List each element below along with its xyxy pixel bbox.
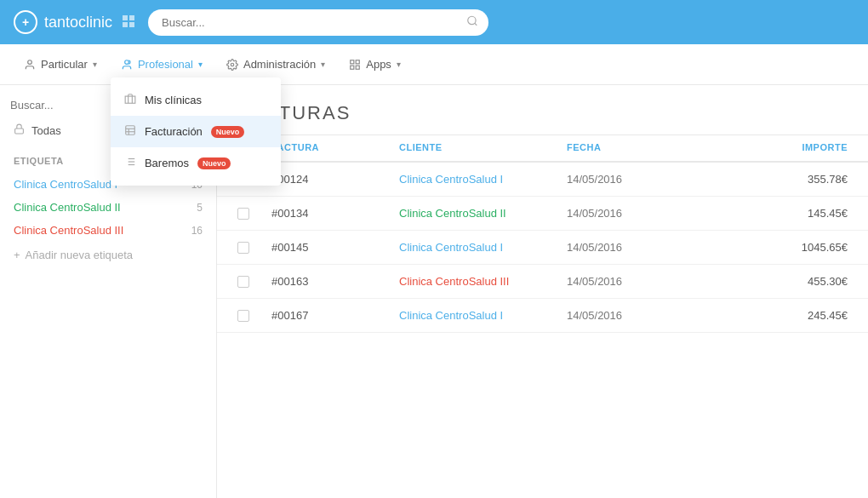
checkbox-5[interactable] [237,310,249,322]
col-importe: IMPORTE [720,142,848,154]
row-date-5: 14/05/2016 [567,309,720,322]
content-header: FACTURAS [217,85,868,135]
row-amount-4: 455.30€ [720,275,848,288]
row-date-4: 14/05/2016 [567,275,720,288]
facturacion-label: Facturación [145,125,203,138]
row-id-1: #00124 [271,173,399,186]
svg-rect-24 [15,129,24,134]
row-date-2: 14/05/2016 [567,207,720,220]
table-row: #00167 Clinica CentroSalud I 14/05/2016 … [217,299,868,333]
nav-profesional-label: Profesional [138,58,193,71]
table-icon [124,124,136,139]
dropdown-facturacion[interactable]: Facturación Nuevo [111,116,281,147]
nav-particular-label: Particular [41,58,88,71]
row-checkbox-2 [237,208,271,220]
logo-text: tantoclinic [44,14,112,31]
nav-administracion-label: Administración [243,58,316,71]
tag-count-3: 16 [191,225,203,237]
chevron-down-icon: ▾ [93,60,97,69]
dropdown-baremos[interactable]: Baremos Nuevo [111,147,281,179]
row-amount-2: 145.45€ [720,207,848,220]
table-row: #00163 Clinica CentroSalud III 14/05/201… [217,265,868,299]
svg-point-4 [468,16,476,24]
top-navigation: + tantoclinic [0,0,868,44]
row-checkbox-4 [237,276,271,288]
col-cliente: CLIENTE [399,142,567,154]
table-row: #00145 Clinica CentroSalud I 14/05/2016 … [217,231,868,265]
row-id-3: #00145 [271,241,399,254]
col-factura: FACTURA [271,142,399,154]
facturacion-badge: Nuevo [211,126,245,138]
row-client-5[interactable]: Clinica CentroSalud I [399,309,567,322]
row-client-1[interactable]: Clinica CentroSalud I [399,173,567,186]
tag-name-3: Clinica CentroSalud III [14,224,123,237]
svg-rect-0 [123,15,128,20]
tag-name-1: Clinica CentroSalud I [14,178,117,191]
row-id-2: #00134 [271,207,399,220]
logo-icon: + [14,10,37,34]
checkbox-3[interactable] [237,242,249,254]
nav-apps-label: Apps [366,58,391,71]
svg-point-6 [28,60,32,64]
svg-rect-8 [125,96,135,103]
svg-rect-20 [351,60,354,63]
page-title: FACTURAS [237,102,848,124]
tag-name-2: Clinica CentroSalud II [14,201,121,214]
table-header: FACTURA CLIENTE FECHA IMPORTE [217,135,868,163]
row-client-3[interactable]: Clinica CentroSalud I [399,241,567,254]
second-navigation: Particular ▾ Profesional ▾ Mis clínicas [0,44,868,85]
logo[interactable]: + tantoclinic [14,10,134,34]
row-amount-5: 245.45€ [720,309,848,322]
baremos-badge: Nuevo [197,157,231,169]
chevron-down-icon: ▾ [198,60,203,69]
row-client-2[interactable]: Clinica CentroSalud II [399,207,567,220]
dropdown-mis-clinicas[interactable]: Mis clínicas [111,84,281,116]
svg-rect-21 [356,60,359,63]
svg-rect-2 [123,22,128,27]
nav-profesional-container: Profesional ▾ Mis clínicas [111,51,213,77]
invoices-table: FACTURA CLIENTE FECHA IMPORTE #00124 Cli… [217,135,868,333]
table-row: #00124 Clinica CentroSalud I 14/05/2016 … [217,163,868,197]
content-area: FACTURAS FACTURA CLIENTE FECHA IMPORTE #… [217,85,868,498]
plus-icon: + [14,249,20,261]
svg-rect-22 [351,66,354,69]
svg-rect-9 [126,126,135,135]
row-amount-1: 355.78€ [720,173,848,186]
col-fecha: FECHA [567,142,720,154]
row-date-1: 14/05/2016 [567,173,720,186]
checkbox-4[interactable] [237,276,249,288]
table-row: #00134 Clinica CentroSalud II 14/05/2016… [217,197,868,231]
tag-clinica-2[interactable]: Clinica CentroSalud II 5 [10,196,206,219]
row-checkbox-3 [237,242,271,254]
add-tag-button[interactable]: + Añadir nueva etiqueta [10,242,206,268]
row-client-4[interactable]: Clinica CentroSalud III [399,275,567,288]
nav-particular[interactable]: Particular ▾ [14,51,107,77]
lock-icon [14,123,25,137]
svg-rect-23 [356,66,359,69]
tag-count-2: 5 [197,202,203,214]
nav-administracion[interactable]: Administración ▾ [216,51,335,77]
chevron-down-icon: ▾ [397,60,401,69]
chevron-down-icon: ▾ [321,60,325,69]
checkbox-2[interactable] [237,208,249,220]
sidebar-all-label: Todas [31,124,61,137]
nav-apps[interactable]: Apps ▾ [339,51,411,77]
nav-profesional[interactable]: Profesional ▾ [111,51,213,77]
tag-clinica-3[interactable]: Clinica CentroSalud III 16 [10,219,206,242]
list-icon [124,156,136,170]
row-id-4: #00163 [271,275,399,288]
row-amount-3: 1045.65€ [720,241,848,254]
clinic-icon [124,93,136,107]
top-search-input[interactable] [148,9,488,36]
svg-line-5 [475,23,477,26]
svg-point-7 [125,60,129,64]
svg-rect-1 [129,15,134,20]
svg-point-19 [231,63,234,66]
expand-icon[interactable] [123,15,134,30]
row-id-5: #00167 [271,309,399,322]
row-checkbox-5 [237,310,271,322]
add-tag-label: Añadir nueva etiqueta [26,249,133,261]
profesional-dropdown: Mis clínicas Facturación Nuevo [111,77,281,186]
baremos-label: Baremos [145,157,189,169]
row-date-3: 14/05/2016 [567,241,720,254]
